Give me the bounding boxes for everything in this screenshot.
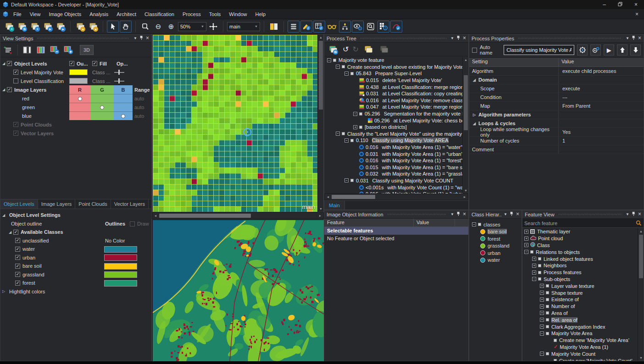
feature-row-process-features[interactable]: +Process features xyxy=(522,269,638,276)
show-object-info-icon[interactable]: i xyxy=(313,21,325,33)
show-view-settings-icon[interactable] xyxy=(352,21,364,33)
grid-settings-icon[interactable] xyxy=(378,21,389,33)
scrollbar-thumb[interactable] xyxy=(159,214,251,218)
process-row[interactable]: 0.032with Majority Vote Area (1) = "gras… xyxy=(324,171,462,177)
class-color-swatch[interactable] xyxy=(104,245,137,254)
process-row[interactable]: −0.110Classify using Majority Vote AREA xyxy=(324,137,462,144)
feature-row-majority-vote-area-1[interactable]: ✓Majority Vote Area (1) xyxy=(522,344,638,351)
drag-handle[interactable] xyxy=(37,38,129,39)
panel-menu-icon[interactable]: ▼ xyxy=(450,212,454,217)
navigate-tool-icon[interactable] xyxy=(207,21,219,33)
class-row-grassland[interactable]: ✓grassland xyxy=(0,270,151,279)
class-row-unclassified[interactable]: ✓unclassifiedNo Color xyxy=(0,237,151,245)
scroll-down-icon[interactable]: ▼ xyxy=(463,188,469,193)
view-settings-row-blue[interactable]: blueauto xyxy=(0,111,151,120)
pin-icon[interactable] xyxy=(632,35,636,42)
feature-row-layer-value-texture[interactable]: +Layer value texture xyxy=(522,282,638,289)
cursor-tool-icon[interactable] xyxy=(107,21,119,33)
process-row[interactable]: 0.031at Level Classification: copy creat… xyxy=(324,90,462,97)
scrollbar-thumb[interactable] xyxy=(464,75,468,130)
tree-caret-icon[interactable]: ◢ xyxy=(472,78,477,82)
rgb-layer-view-icon[interactable] xyxy=(35,44,47,55)
checkbox[interactable]: ✓ xyxy=(7,87,12,92)
feature-row-rel-area-of[interactable]: +Rel. area of xyxy=(522,316,638,323)
open-workspace-icon[interactable]: B xyxy=(16,21,28,33)
pin-icon[interactable] xyxy=(456,35,461,42)
feature-row-sub-objects[interactable]: −Sub-objects xyxy=(522,276,638,283)
feature-row-area-of[interactable]: +Area of xyxy=(522,310,638,317)
classification-map-canvas[interactable] xyxy=(153,220,324,361)
process-row[interactable]: 0.015with Majority Vote Area (1) = "bare… xyxy=(324,164,462,171)
drag-handle[interactable] xyxy=(361,38,446,39)
show-feature-view-icon[interactable] xyxy=(326,21,338,33)
feature-row-majority-vote-area[interactable]: −Majority Vote Area xyxy=(522,330,638,337)
tree-caret-icon[interactable]: ◢ xyxy=(0,88,7,92)
class-color-swatch[interactable] xyxy=(104,262,137,270)
view-settings-row-vector-layers[interactable]: ✓Vector Layers xyxy=(0,129,151,138)
available-classes-row[interactable]: ◢✓Available Classes xyxy=(0,228,151,237)
open-project-icon[interactable]: ▸ xyxy=(55,21,67,33)
edit-parameters-button[interactable] xyxy=(590,44,601,55)
expander-icon[interactable]: − xyxy=(524,250,528,254)
menu-tools[interactable]: Tools xyxy=(205,10,225,18)
expander-icon[interactable]: − xyxy=(344,178,349,182)
scrollbar-thumb[interactable] xyxy=(319,41,323,110)
setting-row-scope[interactable]: Scopeexecute xyxy=(469,84,644,93)
panel-menu-icon[interactable]: ▼ xyxy=(504,212,507,217)
scroll-up-icon[interactable]: ▲ xyxy=(463,57,469,63)
scrollbar-thumb[interactable] xyxy=(332,195,375,199)
panel-menu-icon[interactable]: ▼ xyxy=(133,36,137,41)
show-pixel-view-icon[interactable]: i xyxy=(300,21,312,33)
close-panel-icon[interactable]: × xyxy=(638,36,641,41)
close-button[interactable]: × xyxy=(634,2,638,7)
move-down-button[interactable] xyxy=(630,44,641,55)
expander-icon[interactable]: + xyxy=(524,243,528,247)
class-color-swatch[interactable] xyxy=(104,254,137,262)
setting-row-number-of-cycles[interactable]: Number of cycles1 xyxy=(469,137,644,145)
channel-cell-g[interactable] xyxy=(90,94,114,103)
feature-row-shape-texture[interactable]: +Shape texture xyxy=(522,289,638,296)
scrollbar-thumb[interactable] xyxy=(639,235,643,278)
menu-classification[interactable]: Classification xyxy=(140,10,178,18)
class-item-grassland[interactable]: grassland xyxy=(469,243,522,250)
process-row[interactable]: ×0.016at Level Majority Vote: remove cla… xyxy=(324,97,462,104)
expander-icon[interactable]: − xyxy=(540,352,544,356)
checkbox[interactable]: ✓ xyxy=(13,131,18,136)
checkbox[interactable]: ✓ xyxy=(92,61,97,66)
pan-tool-icon[interactable] xyxy=(120,21,132,33)
class-color-swatch[interactable] xyxy=(104,279,137,287)
channel-radio[interactable] xyxy=(78,97,82,101)
minimize-button[interactable]: – xyxy=(603,2,606,7)
checkbox[interactable]: ✓ xyxy=(15,272,20,277)
class-item-urban[interactable]: urban xyxy=(469,249,522,257)
scroll-right-icon[interactable]: ► xyxy=(461,194,468,200)
selectable-features-row[interactable]: Selectable features xyxy=(324,227,468,235)
process-row[interactable]: 0.047at Level Majority Vote: merge regio… xyxy=(324,104,462,110)
segmented-map-canvas[interactable] xyxy=(153,35,318,212)
menu-window[interactable]: Window xyxy=(225,10,251,18)
zoom-select-tool-icon[interactable] xyxy=(139,21,151,33)
channel-cell-b[interactable] xyxy=(114,103,133,111)
checkbox[interactable]: ✓ xyxy=(13,122,18,127)
channel-cell-r[interactable] xyxy=(69,103,90,111)
expander-icon[interactable]: + xyxy=(540,325,544,329)
remove-layer-icon[interactable] xyxy=(49,44,61,55)
expander-icon[interactable]: − xyxy=(472,222,476,226)
view-settings-row-object-levels[interactable]: ◢✓Object Levels✓Ou...✓FillOp... xyxy=(0,59,151,68)
single-layer-view-icon[interactable] xyxy=(21,44,33,55)
view-settings-row-image-layers[interactable]: ◢✓Image LayersRGBRange xyxy=(0,85,151,94)
opacity-slider[interactable] xyxy=(114,77,124,85)
drag-handle[interactable] xyxy=(518,38,622,39)
feature-row-number-of[interactable]: +Number of xyxy=(522,303,638,310)
close-panel-icon[interactable]: × xyxy=(638,212,641,217)
channel-cell-g[interactable] xyxy=(90,103,114,111)
expander-icon[interactable]: − xyxy=(336,132,340,136)
expander-icon[interactable]: + xyxy=(524,237,528,241)
class-item-water[interactable]: water xyxy=(469,257,522,264)
process-row[interactable]: 0.016with Majority Vote Area (1) = "wate… xyxy=(324,144,462,151)
menu-image-objects[interactable]: Image Objects xyxy=(44,10,85,18)
create-project-icon[interactable]: + xyxy=(3,21,15,33)
split-view-icon[interactable] xyxy=(268,21,280,33)
drag-handle[interactable] xyxy=(388,214,447,215)
expander-icon[interactable]: + xyxy=(532,270,536,275)
